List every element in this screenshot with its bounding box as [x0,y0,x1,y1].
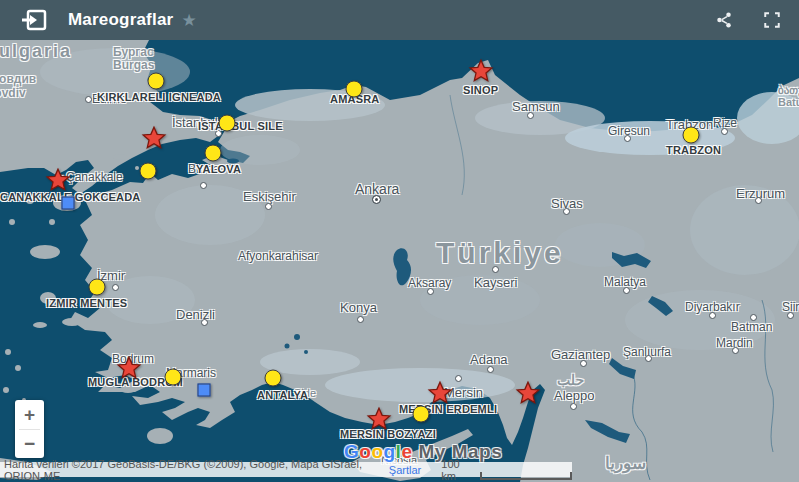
city-dot-Mardin [732,347,739,354]
zoom-out-button[interactable]: − [15,430,44,459]
marker-marmaris-square[interactable] [198,384,211,397]
marker-gokceada[interactable] [45,168,71,193]
city-label-Afyonkarahisar: Afyonkarahisar [238,249,318,263]
marker-bozyazi[interactable] [366,407,392,432]
city-dot-İzmir [112,284,119,291]
city-dot-Edirne [85,96,92,103]
zoom-controls: + − [15,400,44,458]
scale-bar [480,472,572,480]
scale-label: 100 km [441,458,473,482]
city-dot-Siirt [787,312,794,319]
region-label-3: Бургас [113,45,154,59]
station-label-sinop: SINOP [463,84,498,96]
map-data-attribution: Harita verileri ©2017 GeoBasis-DE/BKG (©… [4,458,375,482]
city-label-Aleppo: Aleppo [554,388,594,403]
city-label-Adana: Adana [470,352,508,367]
station-label-kirklareli-igneada: KIRKLARELI IGNEADA [97,91,221,103]
city-dot-Diyarbakır [709,312,716,319]
region-label-9: Batumi [778,96,799,108]
station-label-trabzon: TRABZON [666,144,721,156]
city-label-Samsun: Samsun [512,99,560,114]
marker-marmara-ereglisi[interactable] [141,126,167,151]
marker-erdek[interactable] [140,163,157,180]
region-label-7: سوريا [605,453,646,474]
region-label-6: حلب [557,372,584,388]
city-dot-Bursa [200,182,207,189]
region-label-4: Burgas [113,58,154,72]
terms-link[interactable]: Şartlar [389,464,421,476]
region-label-5: Türkiye [436,236,564,270]
marker-amasra[interactable] [346,81,363,98]
city-dot-Adana [487,366,494,373]
station-label-izmir-mentes: IZMIR MENTES [46,297,127,309]
city-label-Eskişehir: Eskişehir [243,189,296,204]
city-dot-Gaziantep [580,360,587,367]
city-dot-Konya [357,316,364,323]
marker-trabzon[interactable] [683,127,700,144]
city-dot-Eskişehir [265,203,272,210]
city-dot-Denizli [201,319,208,326]
station-label-yalova: YALOVA [196,163,241,175]
city-dot-Giresun [624,135,631,142]
marker-yalova[interactable] [205,145,222,162]
marker-mentes[interactable] [89,279,106,296]
city-dot-Aleppo [570,403,577,410]
city-dot-Sivas [563,208,570,215]
marker-igneada[interactable] [148,73,165,90]
my-maps-panel-icon[interactable] [20,8,50,32]
my-maps-embed: BulgariaПловдивPlovdivБургасBurgasTürkiy… [0,0,799,482]
station-label-istanbul-sile: ISTANBUL SILE [198,120,283,132]
attribution-bar: Harita verileri ©2017 GeoBasis-DE/BKG (©… [0,462,572,477]
marker-sinop[interactable] [468,59,494,84]
city-dot-Ankara [372,195,381,204]
city-label-Konya: Konya [340,300,377,315]
city-label-Batman: Batman [731,320,772,334]
city-dot-Batman [750,314,757,321]
region-label-0: Bulgaria [0,41,72,62]
region-label-2: Plovdiv [0,86,26,100]
city-dot-Mersin [455,375,462,382]
marker-sile[interactable] [219,115,236,132]
favorite-star-icon[interactable]: ★ [181,10,196,31]
city-dot-Kayseri [492,266,499,273]
marker-bodrum[interactable] [116,356,142,381]
marker-iskenderun[interactable] [515,381,541,406]
marker-mersin[interactable] [427,381,453,406]
region-label-1: Пловдив [0,72,36,86]
city-dot-Rize [721,128,728,135]
marker-marmaris[interactable] [165,369,182,386]
city-dot-Erzurum [755,197,762,204]
city-dot-Samsun [527,112,534,119]
header: Mareograflar ★ [0,0,799,40]
marker-erdemli[interactable] [413,406,430,423]
city-dot-Şanlıurfa [645,355,652,362]
city-label-Çanakkale: Çanakkale [66,170,123,184]
share-icon[interactable] [711,8,737,32]
city-dot-Aksaray [427,288,434,295]
city-label-Denizli: Denizli [176,307,215,322]
zoom-in-button[interactable]: + [15,400,44,429]
marker-antalya[interactable] [265,370,282,387]
scale-control: 100 km [441,458,572,482]
city-label-Kayseri: Kayseri [474,275,517,290]
city-dot-Malatya [623,287,630,294]
map-title: Mareograflar [68,10,173,30]
marker-gokceada-square[interactable] [62,197,75,210]
fullscreen-icon[interactable] [759,8,785,32]
station-label-antalya: ANTALYA [257,389,308,401]
